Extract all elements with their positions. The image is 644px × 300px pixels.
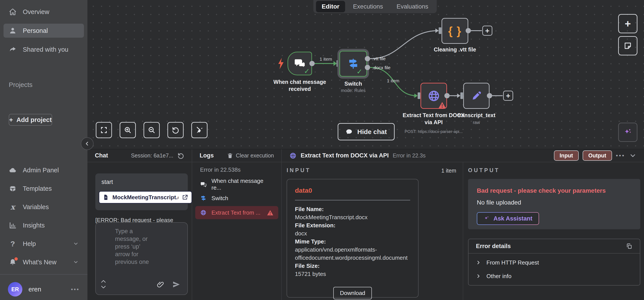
projects-section-label: Projects bbox=[9, 81, 88, 88]
chevron-down-icon bbox=[73, 241, 79, 247]
refresh-session-icon[interactable] bbox=[177, 152, 184, 159]
node-error-icon bbox=[438, 102, 446, 109]
sidebar-item-label: Variables bbox=[23, 203, 49, 211]
input-view-button[interactable]: Input bbox=[554, 150, 579, 161]
tab-evaluations[interactable]: Evaluations bbox=[391, 1, 434, 12]
chat-session-id: Session: 6a1e7... bbox=[131, 152, 173, 159]
sidebar-item-personal[interactable]: Personal bbox=[4, 24, 84, 38]
add-project-button[interactable]: + Add project bbox=[9, 114, 52, 126]
workflow-canvas[interactable]: Editor Executions Evaluations ✓ When cha… bbox=[88, 0, 644, 149]
ai-assistant-button[interactable] bbox=[618, 123, 638, 142]
node-cleaning-vtt-file[interactable]: { } bbox=[442, 18, 468, 44]
log-row-switch[interactable]: Switch bbox=[195, 192, 278, 205]
add-node-plus[interactable]: + bbox=[503, 91, 513, 101]
sidebar-item-label: Help bbox=[23, 240, 36, 248]
output-port[interactable] bbox=[444, 93, 450, 98]
user-overflow-icon[interactable]: ••• bbox=[71, 286, 80, 293]
output-port-docx[interactable] bbox=[365, 65, 370, 70]
output-port[interactable] bbox=[466, 28, 471, 33]
node-label: Cleaning .vtt file bbox=[422, 46, 488, 53]
port-label-vtt: .vtt file bbox=[372, 56, 386, 61]
hide-chat-button[interactable]: Hide chat bbox=[338, 123, 395, 140]
attach-file-icon[interactable] bbox=[157, 280, 164, 289]
reset-zoom-button[interactable] bbox=[168, 122, 184, 138]
collapse-panel-button[interactable] bbox=[81, 137, 94, 150]
sidebar-item-label: Overview bbox=[23, 8, 49, 15]
input-header: INPUT bbox=[286, 167, 311, 173]
trash-icon bbox=[227, 153, 233, 159]
log-row-extract[interactable]: Extract Text from ... bbox=[195, 206, 278, 219]
switch-icon bbox=[340, 51, 366, 76]
field-label: File Extension: bbox=[295, 221, 410, 230]
error-message: No file uploaded bbox=[477, 199, 632, 206]
sidebar-item-variables[interactable]: x Variables bbox=[4, 200, 84, 214]
output-port-vtt[interactable] bbox=[365, 56, 370, 61]
sidebar-item-overview[interactable]: Overview bbox=[4, 5, 84, 19]
switch-icon bbox=[200, 195, 207, 202]
collapse-detail-icon[interactable] bbox=[629, 152, 636, 159]
chat-attachment-chip[interactable]: MockMeetingTranscript.docx bbox=[98, 191, 192, 204]
output-port[interactable] bbox=[310, 61, 315, 66]
error-title: Bad request - please check your paramete… bbox=[477, 187, 632, 194]
sidebar-item-label: Insights bbox=[23, 222, 45, 229]
sidebar-item-label: Templates bbox=[23, 185, 52, 192]
add-node-button[interactable]: + bbox=[618, 14, 638, 33]
sidebar-item-shared-with-you[interactable]: Shared with you bbox=[4, 42, 84, 56]
sidebar-item-admin-panel[interactable]: Admin Panel bbox=[4, 163, 84, 177]
add-sticky-note-button[interactable] bbox=[618, 36, 638, 55]
port-label-docx: .docx file bbox=[372, 65, 390, 70]
view-tabs: Editor Executions Evaluations bbox=[313, 0, 437, 13]
zoom-out-button[interactable] bbox=[144, 122, 160, 138]
box-icon bbox=[9, 185, 17, 193]
question-icon: ? bbox=[9, 240, 17, 248]
warning-icon bbox=[267, 210, 274, 216]
output-port[interactable] bbox=[487, 93, 492, 98]
sparkle-icon bbox=[484, 215, 490, 222]
chat-panel: Chat Session: 6a1e7... start MockMeeting… bbox=[88, 149, 192, 300]
details-row-http-request[interactable]: From HTTP Request bbox=[468, 256, 640, 269]
zoom-in-button[interactable] bbox=[120, 122, 136, 138]
sidebar: Overview Personal Shared with you Projec… bbox=[0, 0, 88, 300]
tidy-up-button[interactable] bbox=[191, 122, 208, 138]
send-message-icon[interactable] bbox=[172, 280, 181, 289]
detail-node-title: Extract Text from DOCX via API bbox=[301, 152, 389, 159]
clear-execution-button[interactable]: Clear execution bbox=[227, 152, 274, 159]
field-label: File Size: bbox=[295, 262, 410, 270]
field-label: Mime Type: bbox=[295, 238, 410, 246]
ask-assistant-button[interactable]: Ask Assistant bbox=[477, 212, 539, 225]
sidebar-item-whats-new[interactable]: What's New bbox=[4, 255, 84, 269]
node-switch[interactable] bbox=[340, 51, 367, 77]
chat-message-input[interactable] bbox=[115, 228, 156, 289]
pencil-icon bbox=[464, 83, 489, 108]
chat-panel-title: Chat bbox=[95, 152, 108, 159]
user-name: eren bbox=[28, 286, 41, 293]
sidebar-item-insights[interactable]: Insights bbox=[4, 218, 84, 232]
detail-overflow-icon[interactable]: ••• bbox=[616, 152, 625, 159]
tab-editor[interactable]: Editor bbox=[316, 1, 345, 12]
history-arrows[interactable] bbox=[100, 280, 106, 289]
node-transcript-text[interactable] bbox=[463, 83, 490, 109]
add-node-plus[interactable]: + bbox=[482, 26, 492, 36]
field-value: 15721 bytes bbox=[295, 270, 410, 278]
sidebar-item-help[interactable]: ? Help bbox=[4, 237, 84, 251]
input-item-count: 1 item bbox=[441, 168, 456, 174]
output-view-button[interactable]: Output bbox=[583, 150, 612, 161]
chevron-down-icon bbox=[73, 259, 79, 265]
open-external-icon[interactable] bbox=[182, 194, 188, 200]
node-label: transcript_text bbox=[444, 112, 509, 119]
user-menu[interactable]: ER eren ••• bbox=[0, 279, 88, 300]
share-arrow-icon bbox=[9, 45, 17, 53]
download-button[interactable]: Download bbox=[333, 287, 372, 299]
tab-executions[interactable]: Executions bbox=[347, 1, 389, 12]
details-row-other-info[interactable]: Other info bbox=[468, 269, 640, 283]
canvas-toolbar bbox=[96, 122, 208, 138]
log-row-trigger[interactable]: When chat message re... bbox=[195, 178, 278, 191]
chat-input-box bbox=[95, 222, 188, 295]
sidebar-item-templates[interactable]: Templates bbox=[4, 182, 84, 196]
chat-trigger-icon bbox=[200, 181, 207, 188]
copy-icon[interactable] bbox=[626, 243, 632, 249]
trigger-bolt-icon bbox=[278, 57, 284, 70]
sidebar-item-label: Admin Panel bbox=[23, 167, 59, 174]
fit-view-button[interactable] bbox=[96, 122, 112, 138]
globe-icon bbox=[289, 152, 297, 159]
